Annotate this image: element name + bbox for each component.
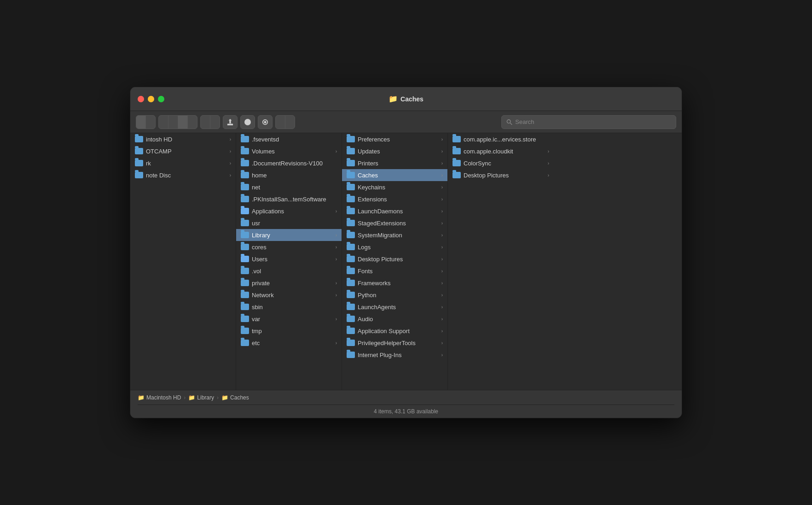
item-name: Python (358, 292, 439, 299)
list-item[interactable]: cores› (236, 241, 342, 253)
list-item[interactable]: private› (236, 277, 342, 289)
chevron-right-icon: › (441, 173, 443, 178)
list-view-button-2[interactable] (168, 116, 178, 129)
item-name: LaunchDaemons (358, 208, 439, 215)
list-item[interactable]: Extensions› (342, 193, 447, 205)
column-4: com.apple.ic...ervices.storecom.apple.cl… (448, 133, 554, 390)
list-item[interactable]: .PKInstallSan...temSoftware (236, 193, 342, 205)
chevron-right-icon: › (230, 161, 231, 166)
breadcrumb-caches[interactable]: 📁 Caches (221, 394, 249, 401)
tag-button[interactable] (240, 115, 255, 129)
minimize-button[interactable] (148, 96, 154, 102)
list-item[interactable]: rk› (130, 157, 236, 169)
chevron-right-icon: › (441, 245, 443, 250)
preview-button[interactable] (258, 115, 273, 129)
list-item[interactable]: com.apple.ic...ervices.store (448, 133, 554, 145)
chevron-right-icon: › (441, 269, 443, 274)
list-item[interactable]: tmp (236, 325, 342, 337)
list-item[interactable]: LaunchAgents› (342, 301, 447, 313)
chevron-right-icon: › (441, 185, 443, 190)
list-item[interactable]: home (236, 169, 342, 181)
chevron-right-icon: › (336, 281, 337, 286)
list-item[interactable]: Fonts› (342, 265, 447, 277)
item-name: .fseventsd (252, 136, 337, 143)
item-name: Extensions (358, 196, 439, 203)
actions-dropdown[interactable] (285, 116, 295, 129)
list-item[interactable]: .fseventsd (236, 133, 342, 145)
folder-icon (241, 280, 249, 286)
column-view-button[interactable] (178, 116, 188, 129)
list-item[interactable]: SystemMigration› (342, 229, 447, 241)
chevron-right-icon: › (548, 161, 549, 166)
column-2: .fseventsdVolumes›.DocumentRevisions-V10… (236, 133, 342, 390)
list-item[interactable]: Users› (236, 253, 342, 265)
item-name: rk (146, 160, 227, 167)
list-item[interactable]: Preferences› (342, 133, 447, 145)
item-name: Applications (252, 208, 333, 215)
svg-point-23 (264, 121, 266, 123)
icon-view-button[interactable] (159, 116, 168, 129)
list-item[interactable]: Network› (236, 289, 342, 301)
breadcrumb-library[interactable]: 📁 Library (188, 394, 214, 401)
share-button[interactable] (223, 115, 238, 129)
list-item[interactable]: sbin (236, 301, 342, 313)
list-item[interactable]: Printers› (342, 157, 447, 169)
view-options-dropdown[interactable] (210, 116, 220, 129)
list-item[interactable]: LaunchDaemons› (342, 205, 447, 217)
list-item[interactable]: .vol (236, 265, 342, 277)
folder-icon (452, 172, 461, 178)
window-title: 📁 Caches (389, 94, 423, 103)
svg-point-27 (507, 119, 510, 123)
actions-button[interactable] (276, 116, 285, 129)
list-item[interactable]: Internet Plug-Ins› (342, 349, 447, 361)
list-item[interactable]: StagedExtensions› (342, 217, 447, 229)
list-item[interactable]: Library› (236, 229, 342, 241)
breadcrumb-macintosh-hd[interactable]: 📁 Macintosh HD (138, 394, 181, 401)
item-name: usr (252, 220, 337, 227)
list-item[interactable]: usr (236, 217, 342, 229)
list-item[interactable]: .DocumentRevisions-V100 (236, 157, 342, 169)
breadcrumb-label-0: Macintosh HD (146, 394, 181, 401)
list-item[interactable]: var› (236, 313, 342, 325)
item-name: Frameworks (358, 280, 439, 287)
folder-icon (135, 148, 143, 154)
list-item[interactable]: Volumes› (236, 145, 342, 157)
list-item[interactable]: Audio› (342, 313, 447, 325)
cover-view-button[interactable] (188, 116, 197, 129)
list-view-button[interactable] (136, 116, 146, 129)
item-name: cores (252, 244, 333, 251)
list-item[interactable]: Python› (342, 289, 447, 301)
list-item[interactable]: Desktop Pictures› (342, 253, 447, 265)
item-name: Fonts (358, 268, 439, 275)
list-item[interactable]: etc› (236, 337, 342, 349)
list-item[interactable]: ColorSync› (448, 157, 554, 169)
view-mode-group-2 (158, 115, 197, 129)
list-item[interactable]: Application Support› (342, 325, 447, 337)
list-item[interactable]: net (236, 181, 342, 193)
list-item[interactable]: Updates› (342, 145, 447, 157)
list-item[interactable]: Keychains› (342, 181, 447, 193)
list-item[interactable]: Caches› (342, 169, 447, 181)
search-input[interactable] (515, 118, 671, 125)
list-item[interactable]: Frameworks› (342, 277, 447, 289)
list-item[interactable]: Applications› (236, 205, 342, 217)
view-options-button[interactable] (201, 116, 210, 129)
list-item[interactable]: OTCAMP› (130, 145, 236, 157)
chevron-right-icon: › (336, 233, 337, 238)
list-item[interactable]: com.apple.cloudkit› (448, 145, 554, 157)
folder-icon (452, 148, 461, 154)
chevron-right-icon: › (441, 161, 443, 166)
list-item[interactable]: Logs› (342, 241, 447, 253)
folder-icon (347, 220, 355, 226)
list-item[interactable]: PrivilegedHelperTools› (342, 337, 447, 349)
item-name: .DocumentRevisions-V100 (252, 160, 337, 167)
list-item[interactable]: intosh HD› (130, 133, 236, 145)
close-button[interactable] (138, 96, 144, 102)
view-dropdown-button[interactable] (146, 116, 155, 129)
item-name: home (252, 172, 337, 179)
item-name: Keychains (358, 184, 439, 191)
chevron-right-icon: › (441, 221, 443, 226)
list-item[interactable]: Desktop Pictures› (448, 169, 554, 181)
list-item[interactable]: note Disc› (130, 169, 236, 181)
maximize-button[interactable] (158, 96, 164, 102)
